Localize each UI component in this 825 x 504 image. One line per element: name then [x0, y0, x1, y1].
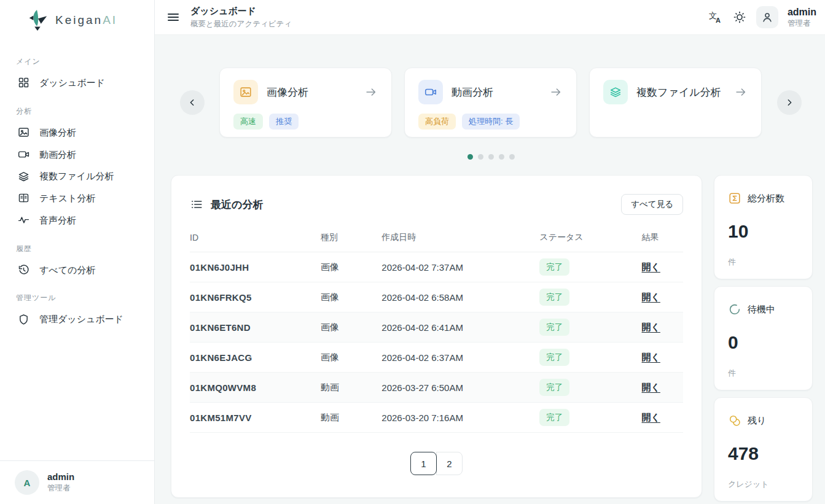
open-link[interactable]: 開く [642, 322, 660, 332]
carousel-dot[interactable] [499, 154, 504, 160]
cell-status: 完了 [539, 282, 641, 312]
recent-table: ID種別作成日時ステータス結果 01KN6J0JHH画像2026-04-02 7… [190, 227, 683, 433]
sun-icon[interactable] [732, 10, 747, 25]
spinner-icon [728, 303, 741, 316]
cell-type: 画像 [321, 252, 382, 282]
cell-status: 完了 [539, 252, 641, 282]
nav-section-label: 管理ツール [16, 293, 138, 303]
column-header: 種別 [321, 227, 382, 252]
pagination: 12 [171, 452, 702, 475]
status-badge: 完了 [539, 258, 569, 276]
sidebar-item[interactable]: 画像分析 [16, 122, 138, 144]
avatar: A [15, 470, 39, 495]
column-header: 結果 [642, 227, 683, 252]
status-badge: 完了 [539, 379, 569, 396]
user-menu-button[interactable] [756, 6, 778, 28]
carousel-track: 画像分析高速推奨動画分析高負荷処理時間: 長複数ファイル分析 [219, 68, 762, 138]
cell-created: 2026-04-02 6:37AM [381, 343, 539, 373]
carousel-dot[interactable] [509, 154, 515, 160]
cell-type: 動画 [321, 373, 382, 403]
stat-card: 残り478クレジット [714, 397, 813, 502]
sidebar-user[interactable]: A admin 管理者 [0, 460, 154, 504]
recent-table-body: 01KN6J0JHH画像2026-04-02 7:37AM完了開く01KN6FR… [190, 252, 683, 433]
cell-created: 2026-03-27 6:50AM [381, 373, 539, 403]
badge: 高負荷 [418, 114, 456, 130]
cell-status: 完了 [539, 312, 641, 343]
main-content: 画像分析高速推奨動画分析高負荷処理時間: 長複数ファイル分析 最近の分析 すべて… [155, 35, 825, 504]
cell-created: 2026-04-02 7:37AM [381, 252, 539, 282]
cell-type: 画像 [321, 312, 382, 343]
carousel-dot[interactable] [478, 154, 483, 160]
cell-id: 01KN6FRKQ5 [190, 282, 321, 312]
stat-unit: 件 [728, 368, 799, 379]
page-button[interactable]: 1 [410, 452, 437, 475]
carousel-dot[interactable] [467, 154, 473, 160]
open-link[interactable]: 開く [642, 382, 660, 392]
column-header: ID [190, 227, 321, 252]
feature-card[interactable]: 画像分析高速推奨 [219, 68, 392, 138]
sidebar-item-label: 管理ダッシュボード [39, 312, 123, 326]
cell-id: 01KN6ET6ND [190, 312, 321, 343]
sidebar-item-label: すべての分析 [39, 263, 95, 277]
table-row: 01KN6EJACG画像2026-04-02 6:37AM完了開く [190, 343, 683, 373]
person-icon [760, 10, 774, 24]
stat-label: 残り [748, 415, 766, 427]
badge: 推奨 [269, 114, 299, 130]
nav-section-label: メイン [16, 56, 138, 67]
image-icon [17, 126, 30, 139]
column-header: ステータス [539, 227, 641, 252]
open-link[interactable]: 開く [642, 352, 660, 362]
translate-icon[interactable]: 文A [708, 10, 723, 25]
feature-card[interactable]: 複数ファイル分析 [589, 68, 762, 138]
sidebar-item[interactable]: テキスト分析 [16, 187, 138, 209]
sidebar-item[interactable]: 動画分析 [16, 144, 138, 166]
cell-created: 2026-04-02 6:58AM [381, 282, 539, 312]
cell-status: 完了 [539, 373, 641, 403]
status-badge: 完了 [539, 319, 569, 336]
sidebar: KeiganAI メインダッシュボード分析画像分析動画分析複数ファイル分析テキス… [0, 0, 155, 504]
feature-card-title: 画像分析 [267, 85, 308, 99]
carousel-prev-button[interactable] [180, 90, 205, 115]
arrow-right-icon [364, 85, 378, 99]
feature-card[interactable]: 動画分析高負荷処理時間: 長 [404, 68, 577, 138]
stat-value: 478 [728, 443, 799, 464]
chevron-right-icon [784, 98, 794, 107]
open-link[interactable]: 開く [642, 292, 660, 302]
hamburger-icon[interactable] [166, 10, 181, 25]
sidebar-item[interactable]: 管理ダッシュボード [16, 308, 138, 330]
view-all-button[interactable]: すべて見る [621, 194, 683, 215]
video-icon [17, 148, 30, 161]
sidebar-item[interactable]: 複数ファイル分析 [16, 165, 138, 187]
grid-icon [17, 76, 30, 89]
stat-card: 待機中0件 [714, 286, 813, 390]
stat-value: 0 [728, 332, 799, 353]
cell-id: 01KN6J0JHH [190, 252, 321, 282]
open-link[interactable]: 開く [642, 262, 660, 272]
table-row: 01KMQ0WVM8動画2026-03-27 6:50AM完了開く [190, 373, 683, 403]
cell-id: 01KN6EJACG [190, 343, 321, 373]
card-badges: 高速推奨 [233, 114, 378, 130]
cell-type: 動画 [321, 403, 382, 433]
table-row: 01KN6ET6ND画像2026-04-02 6:41AM完了開く [190, 312, 683, 343]
svg-text:A: A [716, 17, 721, 24]
sidebar-item[interactable]: 音声分析 [16, 209, 138, 231]
image-icon [233, 80, 258, 104]
badge: 高速 [233, 114, 263, 130]
header-user-role: 管理者 [788, 19, 816, 28]
open-link[interactable]: 開く [642, 412, 660, 422]
layers-icon [17, 170, 30, 183]
page-button[interactable]: 2 [436, 452, 463, 475]
stat-label: 総分析数 [748, 193, 784, 204]
sidebar-item[interactable]: すべての分析 [16, 259, 138, 281]
column-header: 作成日時 [381, 227, 539, 252]
carousel-next-button[interactable] [777, 90, 802, 115]
table-row: 01KN6FRKQ5画像2026-04-02 6:58AM完了開く [190, 282, 683, 312]
feature-card-title: 動画分析 [452, 85, 493, 99]
carousel-dots [467, 154, 515, 160]
arrow-right-icon [549, 85, 563, 99]
header-user-name: admin [788, 6, 816, 18]
status-badge: 完了 [539, 349, 569, 366]
sidebar-item[interactable]: ダッシュボード [16, 72, 138, 94]
sidebar-item-label: テキスト分析 [39, 192, 95, 205]
carousel-dot[interactable] [488, 154, 494, 160]
